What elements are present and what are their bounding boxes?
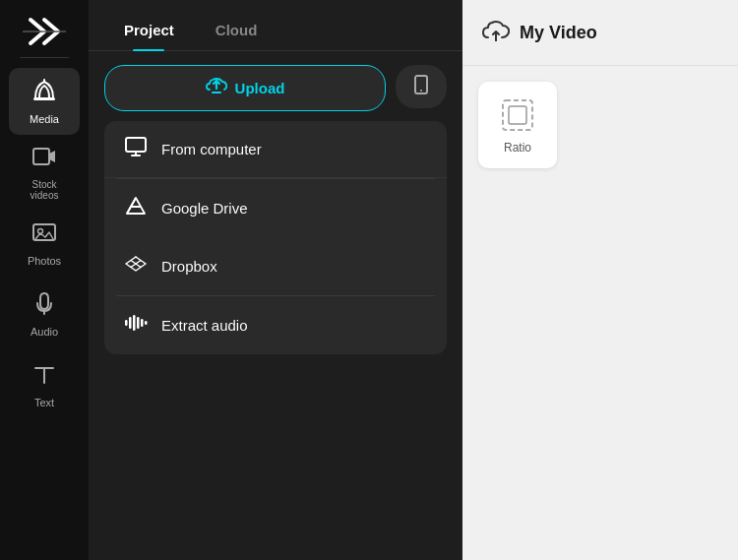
sidebar-item-media[interactable]: Media [9,68,80,135]
menu-item-dropbox-label: Dropbox [161,258,217,275]
sidebar-item-media-label: Media [30,113,59,125]
tabs-bar: Project Cloud [89,14,462,51]
dropbox-icon [124,253,148,280]
sidebar-item-photos[interactable]: Photos [9,210,80,277]
sidebar-item-audio[interactable]: Audio [9,280,80,347]
menu-item-from-computer-label: From computer [161,141,262,157]
tab-cloud[interactable]: Cloud [200,14,274,50]
ratio-icon [498,95,537,135]
right-panel-title: My Video [520,23,597,43]
sidebar-divider [20,57,69,58]
main-panel: Project Cloud Upload [89,0,462,560]
app-logo [23,14,66,49]
media-icon [31,78,57,109]
tab-project[interactable]: Project [108,14,190,50]
sidebar-item-stock-videos-label: Stock videos [31,179,59,201]
menu-item-google-drive[interactable]: Google Drive [104,179,447,237]
ratio-card[interactable]: Ratio [478,82,557,168]
svg-rect-20 [145,321,148,325]
stock-videos-icon [31,144,57,175]
svg-rect-22 [509,106,526,124]
text-icon [31,361,57,393]
svg-rect-3 [33,149,49,164]
sidebar-item-text[interactable]: Text [9,351,80,418]
device-icon [410,74,432,100]
monitor-icon [124,137,148,161]
sidebar-item-audio-label: Audio [31,326,58,338]
google-drive-icon [124,195,148,221]
sidebar: Media Stock videos Photos [0,0,89,560]
my-video-cloud-icon [482,18,510,47]
extract-audio-icon [124,312,148,339]
photos-icon [31,219,57,251]
right-panel-content: Ratio [462,66,738,560]
menu-item-dropbox[interactable]: Dropbox [104,237,447,295]
audio-icon [31,290,57,322]
sidebar-item-text-label: Text [34,397,54,408]
upload-button[interactable]: Upload [104,65,386,111]
menu-item-extract-audio[interactable]: Extract audio [104,296,447,354]
upload-cloud-icon [206,76,227,100]
ratio-card-label: Ratio [504,141,531,155]
sidebar-item-stock-videos[interactable]: Stock videos [9,139,80,206]
device-button[interactable] [396,65,447,108]
svg-rect-18 [137,317,140,329]
svg-rect-2 [33,97,55,100]
svg-point-11 [420,90,422,92]
svg-rect-12 [126,138,146,152]
sidebar-item-photos-label: Photos [28,255,61,267]
svg-rect-15 [125,320,128,326]
menu-item-extract-audio-label: Extract audio [161,317,248,334]
svg-rect-16 [129,317,132,329]
right-panel: My Video Ratio [462,0,738,560]
svg-rect-21 [503,100,532,130]
menu-item-from-computer[interactable]: From computer [104,121,447,178]
svg-rect-17 [133,315,136,331]
svg-rect-19 [141,319,144,327]
upload-dropdown-menu: From computer Google Drive [104,121,447,354]
upload-button-label: Upload [235,80,285,96]
right-header: My Video [462,0,738,66]
upload-bar: Upload [89,51,462,121]
menu-item-google-drive-label: Google Drive [161,200,248,217]
